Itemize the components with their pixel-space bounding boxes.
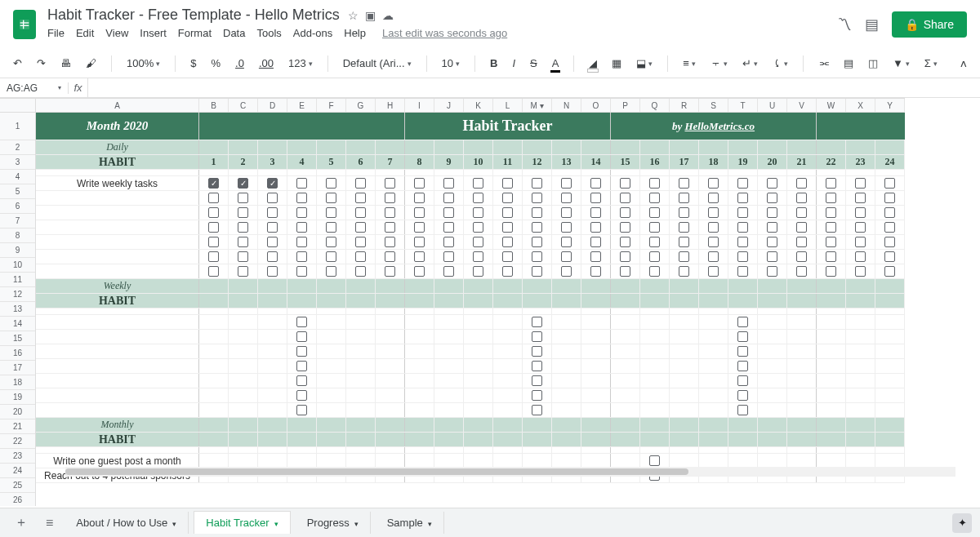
empty-cell[interactable]	[846, 403, 875, 417]
checkbox-icon[interactable]	[502, 178, 513, 189]
checkbox-icon[interactable]	[238, 193, 248, 203]
checkbox-icon[interactable]	[296, 207, 307, 218]
empty-cell[interactable]	[405, 315, 434, 329]
empty-cell[interactable]	[817, 403, 846, 417]
checkbox-cell[interactable]	[258, 235, 287, 249]
empty-cell[interactable]	[552, 403, 581, 417]
checkbox-icon[interactable]	[826, 251, 836, 262]
weekly-task-cell[interactable]	[36, 403, 199, 417]
checkbox-icon[interactable]: ✓	[238, 178, 248, 189]
empty-cell[interactable]	[699, 388, 728, 402]
column-header[interactable]: W	[817, 99, 846, 112]
checkbox-icon[interactable]	[561, 251, 572, 262]
checkbox-cell[interactable]	[552, 250, 581, 264]
empty-cell[interactable]	[346, 359, 376, 373]
checkbox-cell[interactable]	[611, 220, 640, 234]
checkbox-icon[interactable]	[796, 178, 807, 189]
checkbox-cell[interactable]	[346, 264, 376, 278]
checkbox-cell[interactable]	[581, 235, 611, 249]
checkbox-cell[interactable]	[493, 264, 523, 278]
checkbox-icon[interactable]	[679, 251, 689, 262]
checkbox-cell[interactable]	[376, 176, 405, 190]
checkbox-icon[interactable]	[855, 266, 866, 277]
explore-button[interactable]: ✦	[952, 513, 972, 533]
checkbox-icon[interactable]	[708, 193, 719, 203]
checkbox-cell[interactable]	[817, 191, 846, 205]
checkbox-icon[interactable]	[796, 237, 807, 247]
checkbox-cell[interactable]	[728, 344, 758, 358]
row-header[interactable]: 8	[0, 229, 35, 243]
checkbox-cell[interactable]	[405, 191, 434, 205]
fill-color-button[interactable]: ◢	[586, 55, 600, 71]
checkbox-icon[interactable]	[326, 266, 336, 277]
empty-cell[interactable]	[875, 315, 905, 329]
column-header[interactable]: B	[199, 99, 229, 112]
empty-cell[interactable]	[464, 330, 493, 344]
checkbox-icon[interactable]	[532, 405, 542, 415]
empty-cell[interactable]	[258, 359, 287, 373]
empty-cell[interactable]	[817, 359, 846, 373]
checkbox-icon[interactable]	[649, 178, 660, 189]
empty-cell[interactable]	[317, 344, 346, 358]
row-header[interactable]: 18	[0, 375, 35, 390]
empty-cell[interactable]	[317, 454, 346, 468]
empty-cell[interactable]	[376, 374, 405, 388]
checkbox-icon[interactable]	[296, 178, 307, 189]
weekly-task-cell[interactable]	[36, 359, 199, 373]
empty-cell[interactable]	[434, 374, 464, 388]
empty-cell[interactable]	[199, 388, 229, 402]
empty-cell[interactable]	[611, 388, 640, 402]
checkbox-cell[interactable]	[523, 374, 552, 388]
checkbox-icon[interactable]	[649, 455, 660, 466]
empty-cell[interactable]	[229, 388, 258, 402]
checkbox-icon[interactable]	[355, 178, 366, 189]
empty-cell[interactable]	[581, 344, 611, 358]
empty-cell[interactable]	[640, 359, 670, 373]
empty-cell[interactable]	[640, 374, 670, 388]
empty-cell[interactable]	[434, 454, 464, 468]
empty-cell[interactable]	[258, 344, 287, 358]
checkbox-icon[interactable]	[532, 193, 542, 203]
checkbox-cell[interactable]	[287, 235, 317, 249]
column-header[interactable]: I	[405, 99, 434, 112]
row-header[interactable]: 7	[0, 214, 35, 229]
checkbox-icon[interactable]	[737, 405, 748, 415]
row-header[interactable]: 14	[0, 317, 35, 331]
checkbox-cell[interactable]	[699, 206, 728, 220]
checkbox-cell[interactable]	[405, 206, 434, 220]
comment-button[interactable]: ▤	[840, 55, 857, 71]
empty-cell[interactable]	[699, 454, 728, 468]
checkbox-cell[interactable]	[787, 264, 817, 278]
checkbox-cell[interactable]	[728, 176, 758, 190]
checkbox-cell[interactable]	[523, 206, 552, 220]
empty-cell[interactable]	[875, 359, 905, 373]
checkbox-icon[interactable]	[532, 331, 542, 342]
checkbox-icon[interactable]	[737, 207, 748, 218]
checkbox-icon[interactable]	[296, 266, 307, 277]
empty-cell[interactable]	[875, 388, 905, 402]
functions-button[interactable]: Σ	[921, 55, 941, 71]
empty-cell[interactable]	[346, 403, 376, 417]
checkbox-cell[interactable]	[523, 315, 552, 329]
column-header[interactable]: S	[699, 99, 728, 112]
empty-cell[interactable]	[875, 330, 905, 344]
checkbox-cell[interactable]	[523, 388, 552, 402]
checkbox-icon[interactable]	[855, 193, 866, 203]
checkbox-cell[interactable]	[464, 220, 493, 234]
checkbox-cell[interactable]	[640, 264, 670, 278]
formula-input[interactable]	[88, 82, 980, 94]
checkbox-icon[interactable]	[473, 266, 483, 277]
text-color-button[interactable]: A	[549, 55, 563, 71]
checkbox-icon[interactable]	[708, 237, 719, 247]
daily-task-cell[interactable]	[36, 235, 199, 249]
checkbox-icon[interactable]	[326, 222, 336, 233]
checkbox-icon[interactable]	[590, 178, 601, 189]
empty-cell[interactable]	[199, 454, 229, 468]
checkbox-cell[interactable]	[699, 191, 728, 205]
daily-task-cell[interactable]	[36, 220, 199, 234]
empty-cell[interactable]	[846, 359, 875, 373]
checkbox-icon[interactable]	[238, 266, 248, 277]
checkbox-icon[interactable]	[532, 346, 542, 357]
empty-cell[interactable]	[552, 344, 581, 358]
checkbox-icon[interactable]	[355, 251, 366, 262]
